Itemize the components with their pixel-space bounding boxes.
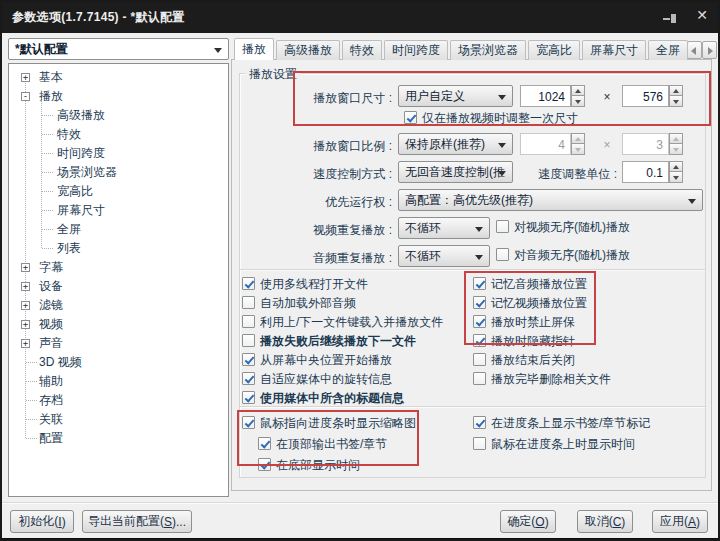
checkbox-icon[interactable] — [473, 334, 486, 347]
general-right-checkbox-3[interactable]: 播放时隐藏指针 — [473, 333, 575, 349]
general-left-checkbox-3[interactable]: 播放失败后继续播放下一文件 — [242, 333, 416, 349]
checkbox-icon[interactable] — [242, 416, 255, 429]
profile-select[interactable]: *默认配置 — [8, 38, 229, 60]
general-right-checkbox-0[interactable]: 记忆音频播放位置 — [473, 276, 587, 292]
sidebar-item[interactable]: +基本 — [9, 68, 228, 87]
checkbox-icon[interactable] — [242, 296, 255, 309]
checkbox-icon[interactable] — [496, 248, 509, 261]
title-bar: 参数选项(1.7.7145) - *默认配置 — [2, 2, 718, 33]
checkbox-icon[interactable] — [473, 277, 486, 290]
seekbar-right-checkbox-1[interactable]: 鼠标在进度条上时显示时间 — [473, 436, 635, 452]
checkbox-icon[interactable] — [258, 458, 271, 471]
sidebar-item[interactable]: +声音 — [9, 334, 228, 353]
window-width-stepper[interactable] — [571, 85, 585, 107]
checkbox-icon[interactable] — [242, 315, 255, 328]
general-right-checkbox-5[interactable]: 播放完毕删除相关文件 — [473, 371, 611, 387]
sidebar-item[interactable]: 时间跨度 — [9, 144, 228, 163]
checkbox-icon[interactable] — [473, 372, 486, 385]
plus-expander-icon[interactable]: + — [21, 282, 30, 291]
priority-combo[interactable]: 高配置：高优先级(推荐) — [398, 189, 703, 211]
general-right-checkbox-4[interactable]: 播放结束后关闭 — [473, 352, 575, 368]
window-width-input[interactable]: 1024 — [520, 85, 571, 107]
checkbox-icon[interactable] — [473, 315, 486, 328]
seekbar-left-checkbox-2[interactable]: 在底部显示时间 — [258, 457, 360, 473]
sidebar-item[interactable]: 特效 — [9, 125, 228, 144]
sidebar-item[interactable]: +字幕 — [9, 258, 228, 277]
checkbox-icon[interactable] — [242, 277, 255, 290]
cancel-button[interactable]: 取消(C) — [577, 510, 633, 533]
seekbar-left-checkbox-1[interactable]: 在顶部输出书签/章节 — [258, 436, 387, 452]
general-left-checkbox-4[interactable]: 从屏幕中央位置开始播放 — [242, 352, 392, 368]
sidebar-item[interactable]: 存档 — [9, 391, 228, 410]
checkbox-icon[interactable] — [473, 416, 486, 429]
sidebar-item[interactable]: 配置 — [9, 429, 228, 448]
checkbox-icon[interactable] — [496, 220, 509, 233]
plus-expander-icon[interactable]: + — [21, 339, 30, 348]
sidebar-item[interactable]: 宽高比 — [9, 182, 228, 201]
checkbox-icon[interactable] — [473, 296, 486, 309]
tab-2[interactable]: 特效 — [342, 40, 382, 60]
sidebar-item[interactable]: -播放 — [9, 87, 228, 106]
tab-6[interactable]: 屏幕尺寸 — [582, 40, 646, 60]
general-right-checkbox-2[interactable]: 播放时禁止屏保 — [473, 314, 575, 330]
sidebar-item[interactable]: 关联 — [9, 410, 228, 429]
checkbox-icon[interactable] — [242, 391, 255, 404]
checkbox-icon[interactable] — [258, 437, 271, 450]
plus-expander-icon[interactable]: + — [21, 320, 30, 329]
checkbox-icon[interactable] — [473, 353, 486, 366]
ok-button[interactable]: 确定(O) — [500, 510, 556, 533]
sidebar-item-label: 全屏 — [57, 221, 81, 238]
speed-unit-stepper[interactable] — [669, 161, 683, 183]
export-config-button[interactable]: 导出当前配置(S)... — [82, 510, 192, 533]
general-left-checkbox-2[interactable]: 利用上/下一文件键载入并播放文件 — [242, 314, 443, 330]
sidebar-item[interactable]: +滤镜 — [9, 296, 228, 315]
tab-3[interactable]: 时间跨度 — [384, 40, 448, 60]
checkbox-icon[interactable] — [242, 372, 255, 385]
sidebar-item[interactable]: 全屏 — [9, 220, 228, 239]
tab-5[interactable]: 宽高比 — [528, 40, 580, 60]
apply-button[interactable]: 应用(A) — [652, 510, 708, 533]
sidebar-item[interactable]: 场景浏览器 — [9, 163, 228, 182]
sidebar-item[interactable]: +视频 — [9, 315, 228, 334]
sidebar-item[interactable]: 列表 — [9, 239, 228, 258]
general-left-checkbox-1[interactable]: 自动加载外部音频 — [242, 295, 356, 311]
initialize-button[interactable]: 初始化(I) — [10, 510, 74, 533]
general-right-checkbox-1[interactable]: 记忆视频播放位置 — [473, 295, 587, 311]
tab-7[interactable]: 全屏 — [648, 40, 688, 60]
sidebar-item[interactable]: 屏幕尺寸 — [9, 201, 228, 220]
plus-expander-icon[interactable]: + — [21, 263, 30, 272]
close-icon[interactable]: ✕ — [696, 6, 708, 24]
video-shuffle-checkbox[interactable]: 对视频无序(随机)播放 — [496, 219, 630, 235]
audio-shuffle-checkbox[interactable]: 对音频无序(随机)播放 — [496, 247, 630, 263]
tab-scroll-right-button[interactable] — [702, 41, 717, 59]
general-left-checkbox-6[interactable]: 使用媒体中所含的标题信息 — [242, 390, 404, 406]
sidebar-item[interactable]: +设备 — [9, 277, 228, 296]
window-ratio-combo[interactable]: 保持原样(推荐) — [398, 133, 513, 155]
general-left-checkbox-5[interactable]: 自适应媒体中的旋转信息 — [242, 371, 392, 387]
sidebar-item[interactable]: 辅助 — [9, 372, 228, 391]
tab-4[interactable]: 场景浏览器 — [450, 40, 526, 60]
tab-1[interactable]: 高级播放 — [276, 40, 340, 60]
speed-unit-input[interactable]: 0.1 — [622, 161, 669, 183]
seekbar-right-checkbox-0[interactable]: 在进度条上显示书签/章节标记 — [473, 415, 650, 431]
audio-repeat-combo[interactable]: 不循环 — [398, 245, 490, 267]
seekbar-left-checkbox-0[interactable]: 鼠标指向进度条时显示缩略图 — [242, 415, 416, 431]
video-repeat-combo[interactable]: 不循环 — [398, 217, 490, 239]
checkbox-label: 自动加载外部音频 — [260, 295, 356, 311]
sidebar-item[interactable]: 高级播放 — [9, 106, 228, 125]
checkbox-icon[interactable] — [242, 334, 255, 347]
plus-expander-icon[interactable]: + — [21, 301, 30, 310]
window-height-input[interactable]: 576 — [622, 85, 669, 107]
minus-expander-icon[interactable]: - — [21, 92, 30, 101]
tab-0[interactable]: 播放 — [234, 38, 274, 60]
checkbox-icon[interactable] — [473, 437, 486, 450]
plus-expander-icon[interactable]: + — [21, 73, 30, 82]
sidebar-item[interactable]: 3D 视频 — [9, 353, 228, 372]
general-left-checkbox-0[interactable]: 使用多线程打开文件 — [242, 276, 368, 292]
window-height-stepper[interactable] — [669, 85, 683, 107]
pin-icon[interactable] — [663, 14, 676, 23]
window-size-combo[interactable]: 用户自定义 — [398, 85, 513, 107]
resize-once-checkbox[interactable]: 仅在播放视频时调整一次尺寸 — [404, 110, 578, 126]
checkbox-icon[interactable] — [404, 111, 417, 124]
checkbox-icon[interactable] — [242, 353, 255, 366]
